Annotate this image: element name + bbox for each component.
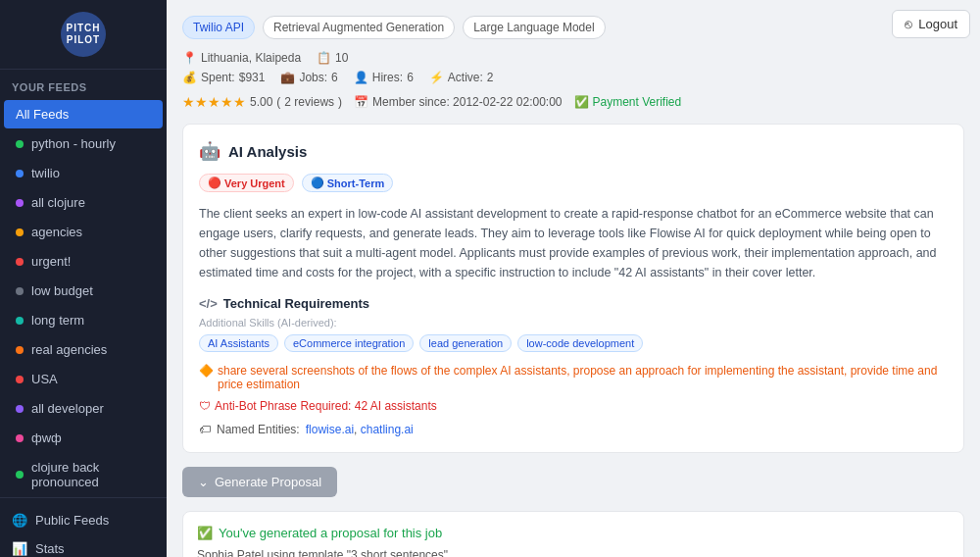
feed-dot-urgent [16, 258, 24, 266]
sidebar-item-label-clojure-back: clojure back pronounced [31, 460, 151, 489]
feed-dot-фwф [16, 434, 24, 442]
job-meta-row: 📍 Lithuania, Klaipeda 📋 10 [182, 51, 964, 65]
app-logo: PITCH PILOT [61, 12, 106, 57]
sidebar-item-agencies[interactable]: agencies [4, 218, 163, 246]
hires-stat: 👤 Hires: 6 [354, 71, 414, 84]
urgency-badge: 🔴 Very Urgent [199, 174, 294, 192]
sidebar-item-label-real-agencies: real agencies [31, 342, 107, 357]
active-icon: ⚡ [429, 71, 444, 84]
sidebar-item-label-фwф: фwф [31, 430, 62, 445]
proposal-card: ✅ You've generated a proposal for this j… [182, 511, 964, 557]
sidebar-item-python-hourly[interactable]: python - hourly [4, 129, 163, 158]
sidebar-item-all-clojure[interactable]: all clojure [4, 188, 163, 217]
sidebar-item-label-twilio: twilio [31, 166, 60, 180]
proposal-meta: Sophia Patel using template "3 short sen… [197, 548, 950, 557]
sidebar-item-real-agencies[interactable]: real agencies [4, 335, 163, 364]
robot-icon: 🤖 [199, 140, 220, 162]
skills-label: Additional Skills (AI-derived): [199, 317, 948, 329]
sidebar-item-all-feeds[interactable]: All Feeds [4, 100, 163, 128]
skill-tag: low-code development [517, 334, 643, 352]
analysis-title: AI Analysis [228, 143, 307, 160]
job-tag[interactable]: Large Language Model [463, 16, 605, 39]
sidebar-bottom: 🌐Public Feeds📊Stats📝Blog [0, 497, 167, 557]
ai-analysis-card: 🤖 AI Analysis 🔴 Very Urgent 🔵 Short-Term… [182, 124, 964, 453]
rating-stars: ★★★★★ 5.00 (2 reviews) [182, 94, 342, 110]
sidebar-item-label-stats: Stats [35, 541, 65, 556]
skill-tag: eCommerce integration [284, 334, 414, 352]
skills-list: AI AssistantseCommerce integrationlead g… [199, 334, 948, 352]
skill-tag: lead generation [419, 334, 512, 352]
job-proposals: 📋 10 [317, 51, 348, 65]
warning-text: 🔶 share several screenshots of the flows… [199, 364, 948, 391]
rating-row: ★★★★★ 5.00 (2 reviews) 📅 Member since: 2… [182, 94, 964, 110]
topbar: ⎋ Logout [892, 10, 970, 38]
sidebar-item-label-agencies: agencies [31, 225, 82, 239]
generate-proposal-button[interactable]: ⌄ Generate Proposal [182, 467, 337, 497]
spent-stat: 💰 Spent: $931 [182, 71, 265, 84]
sidebar-item-label-urgent: urgent! [31, 254, 71, 269]
calendar-icon: 📅 [354, 95, 368, 109]
chart-icon: 📊 [12, 541, 27, 556]
analysis-header: 🤖 AI Analysis [199, 140, 948, 162]
check-icon: ✅ [574, 95, 589, 109]
tag-icon: 🏷 [199, 423, 211, 436]
sidebar-item-public-feeds[interactable]: 🌐Public Feeds [0, 506, 167, 534]
logout-button[interactable]: ⎋ Logout [892, 10, 970, 38]
sidebar-item-long-term[interactable]: long term [4, 306, 163, 334]
feed-dot-low-budget [16, 287, 24, 295]
feed-dot-all-clojure [16, 199, 24, 207]
member-since: 📅 Member since: 2012-02-22 02:00:00 [354, 95, 562, 109]
skill-tag: AI Assistants [199, 334, 278, 352]
location-icon: 📍 [182, 51, 197, 65]
job-tag[interactable]: Retrieval Augmented Generation [263, 16, 455, 39]
sidebar-item-фwф[interactable]: фwф [4, 424, 163, 452]
sidebar-item-twilio[interactable]: twilio [4, 159, 163, 187]
feed-dot-long-term [16, 317, 24, 325]
active-stat: ⚡ Active: 2 [429, 71, 494, 84]
job-stats-row: 💰 Spent: $931 💼 Jobs: 6 👤 Hires: 6 ⚡ Act… [182, 71, 964, 84]
hires-icon: 👤 [354, 71, 368, 84]
urgency-badges: 🔴 Very Urgent 🔵 Short-Term [199, 174, 948, 192]
urgent-icon: 🔴 [208, 177, 221, 189]
sidebar-item-label-all-clojure: all clojure [31, 195, 85, 210]
logo-area: PITCH PILOT [0, 0, 167, 70]
job-description: The client seeks an expert in low-code A… [199, 204, 948, 282]
jobs-icon: 💼 [280, 71, 295, 84]
globe-icon: 🌐 [12, 513, 27, 528]
generate-icon: ⌄ [198, 475, 209, 489]
feed-dot-usa [16, 376, 24, 383]
term-badge: 🔵 Short-Term [302, 174, 393, 192]
proposal-success: ✅ You've generated a proposal for this j… [197, 526, 950, 540]
feed-dot-all-developer [16, 405, 24, 413]
spent-icon: 💰 [182, 71, 197, 84]
logout-icon: ⎋ [905, 17, 912, 31]
success-icon: ✅ [197, 526, 213, 540]
logout-label: Logout [918, 17, 957, 31]
jobs-stat: 💼 Jobs: 6 [280, 71, 337, 84]
job-tag[interactable]: Twilio API [182, 16, 255, 39]
entity-links: flowise.ai, chatling.ai [306, 423, 414, 436]
job-location: 📍 Lithuania, Klaipeda [182, 51, 301, 65]
sidebar-item-label-all-developer: all developer [31, 401, 104, 416]
entity-link-chatling.ai[interactable]: chatling.ai [361, 423, 414, 436]
sidebar-item-label-all-feeds: All Feeds [16, 107, 69, 122]
entity-link-flowise.ai[interactable]: flowise.ai [306, 423, 354, 436]
feed-dot-python-hourly [16, 140, 24, 148]
warning-icon: 🔶 [199, 364, 214, 378]
main-content: ⎋ Logout Twilio APIRetrieval Augmented G… [167, 0, 980, 557]
sidebar-item-clojure-back[interactable]: clojure back pronounced [4, 453, 163, 496]
sidebar-item-usa[interactable]: USA [4, 365, 163, 393]
sidebar-item-stats[interactable]: 📊Stats [0, 534, 167, 557]
stars-icon: ★★★★★ [182, 94, 246, 110]
feed-dot-real-agencies [16, 346, 24, 354]
feed-dot-clojure-back [16, 471, 24, 479]
sidebar-item-low-budget[interactable]: low budget [4, 277, 163, 305]
sidebar-item-urgent[interactable]: urgent! [4, 247, 163, 276]
antibot-icon: 🛡 [199, 399, 211, 413]
term-icon: 🔵 [311, 177, 324, 189]
proposals-icon: 📋 [317, 51, 331, 65]
tech-requirements-title: </> Technical Requirements [199, 296, 948, 311]
sidebar-item-all-developer[interactable]: all developer [4, 394, 163, 423]
sidebar: PITCH PILOT YOUR FEEDS All Feedspython -… [0, 0, 167, 557]
feed-dot-agencies [16, 228, 24, 236]
